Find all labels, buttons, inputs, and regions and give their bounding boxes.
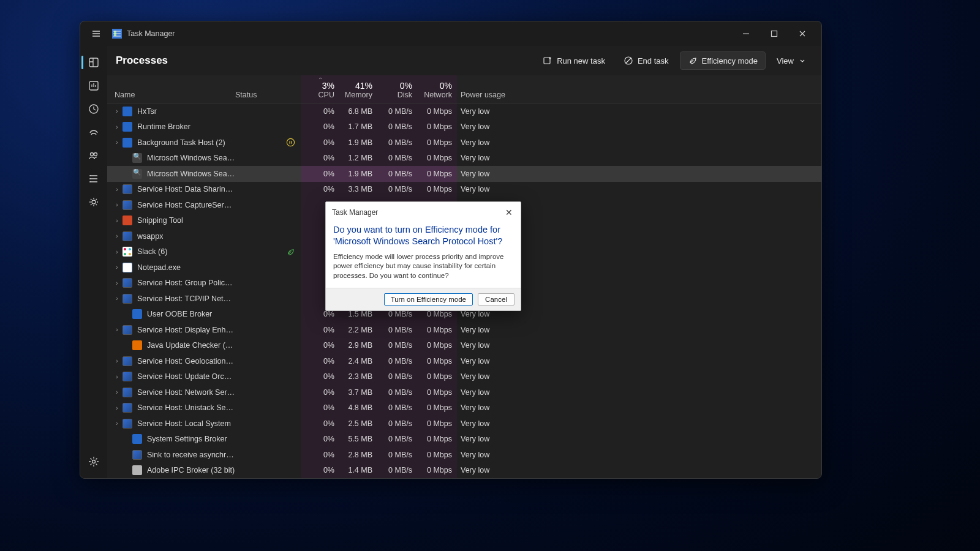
expand-icon[interactable]: › <box>113 233 121 239</box>
process-row[interactable]: ›Service Host: Update Orchestr...0%2.3 M… <box>107 369 821 385</box>
process-row[interactable]: System Settings Broker0%5.5 MB0 MB/s0 Mb… <box>107 432 821 448</box>
power-value: Very low <box>457 388 510 397</box>
network-value: 0 Mbps <box>417 151 457 167</box>
process-icon <box>123 122 132 132</box>
expand-icon[interactable]: › <box>113 201 121 208</box>
header-disk[interactable]: 0% Disk <box>377 75 417 103</box>
efficiency-mode-button[interactable]: Efficiency mode <box>680 51 766 70</box>
cpu-value: 0% <box>301 182 339 198</box>
dialog-confirm-button[interactable]: Turn on Efficiency mode <box>384 293 473 305</box>
process-row[interactable]: ›Service Host: Data Sharing Ser...0%3.3 … <box>107 182 821 198</box>
process-row[interactable]: ›Service Host: Display Enhance...0%2.2 M… <box>107 322 821 338</box>
process-row[interactable]: ›HxTsr0%6.8 MB0 MB/s0 MbpsVery low <box>107 103 821 119</box>
expand-icon[interactable]: › <box>113 358 121 364</box>
disk-value: 0 MB/s <box>377 166 417 182</box>
memory-value: 2.8 MB <box>339 447 377 463</box>
process-icon <box>123 231 132 241</box>
process-row[interactable]: ›Service Host: Unistack Service ...0%4.8… <box>107 400 821 416</box>
header-name[interactable]: Name <box>107 75 235 103</box>
expand-icon[interactable]: › <box>113 124 121 130</box>
cpu-value: 0% <box>301 151 339 167</box>
expand-icon[interactable]: › <box>113 326 121 333</box>
leaf-icon <box>688 56 698 66</box>
expand-icon[interactable]: › <box>113 373 121 380</box>
nav-users[interactable] <box>81 144 106 167</box>
hamburger-menu-button[interactable] <box>88 25 105 42</box>
dialog-close-button[interactable]: ✕ <box>502 206 516 219</box>
process-row[interactable]: Microsoft Windows Search Pr...0%1.9 MB0 … <box>107 166 821 182</box>
expand-icon[interactable]: › <box>113 139 121 146</box>
expand-icon[interactable]: › <box>113 405 121 411</box>
disk-value: 0 MB/s <box>377 400 417 416</box>
dialog-title: Task Manager <box>332 208 378 217</box>
process-row[interactable]: Java Update Checker (32 bit)0%2.9 MB0 MB… <box>107 338 821 354</box>
disk-value: 0 MB/s <box>377 369 417 385</box>
dialog-body: Efficiency mode will lower process prior… <box>326 252 521 288</box>
minimize-button[interactable] <box>732 24 760 43</box>
nav-details[interactable] <box>81 167 106 190</box>
cpu-value: 0% <box>301 119 339 135</box>
expand-icon[interactable]: › <box>113 108 121 114</box>
process-name: Service Host: Update Orchestr... <box>137 372 235 381</box>
expand-icon[interactable]: › <box>113 264 121 271</box>
process-name: Microsoft Windows Search Filt... <box>147 154 235 162</box>
process-row[interactable]: ›Service Host: Network Service0%3.7 MB0 … <box>107 384 821 400</box>
svg-point-6 <box>90 176 91 176</box>
process-row[interactable]: ›Runtime Broker0%1.7 MB0 MB/s0 MbpsVery … <box>107 119 821 135</box>
process-row[interactable]: Adobe IPC Broker (32 bit)0%1.4 MB0 MB/s0… <box>107 463 821 479</box>
process-icon <box>132 169 142 179</box>
process-name: Service Host: Data Sharing Ser... <box>137 185 235 193</box>
process-row[interactable]: Microsoft Windows Search Filt...0%1.2 MB… <box>107 151 821 167</box>
process-row[interactable]: ›Service Host: Geolocation Serv...0%2.4 … <box>107 353 821 369</box>
process-name: Service Host: CaptureService_... <box>137 201 235 209</box>
expand-icon[interactable]: › <box>113 186 121 193</box>
power-value: Very low <box>457 154 510 162</box>
expand-icon[interactable]: › <box>113 249 121 255</box>
memory-value: 1.7 MB <box>339 119 377 135</box>
expand-icon[interactable]: › <box>113 280 121 287</box>
view-menu-button[interactable]: View <box>769 53 813 69</box>
titlebar: Task Manager <box>80 21 821 46</box>
header-network[interactable]: 0% Network <box>417 75 457 103</box>
network-value: 0 Mbps <box>417 416 457 432</box>
disk-value: 0 MB/s <box>377 151 417 167</box>
nav-app-history[interactable] <box>81 97 106 121</box>
header-memory[interactable]: 41% Memory <box>339 75 377 103</box>
expand-icon[interactable]: › <box>113 217 121 224</box>
process-icon <box>123 325 132 335</box>
cpu-value: 0% <box>301 400 339 416</box>
network-value: 0 Mbps <box>417 103 457 119</box>
run-new-task-button[interactable]: Run new task <box>535 52 612 69</box>
process-row[interactable]: Sink to receive asynchronous ...0%2.8 MB… <box>107 447 821 463</box>
memory-value: 3.3 MB <box>339 182 377 198</box>
close-button[interactable] <box>788 24 816 43</box>
expand-icon[interactable]: › <box>113 420 121 427</box>
header-power[interactable]: Power usage <box>457 75 510 103</box>
cpu-value: 0% <box>301 369 339 385</box>
maximize-button[interactable] <box>760 24 788 43</box>
disk-value: 0 MB/s <box>377 353 417 369</box>
process-name: Java Update Checker (32 bit) <box>147 341 235 350</box>
cpu-value: 0% <box>301 103 339 119</box>
process-icon <box>123 107 132 116</box>
disk-value: 0 MB/s <box>377 322 417 338</box>
nav-performance[interactable] <box>81 74 106 97</box>
expand-icon[interactable]: › <box>113 389 121 395</box>
nav-startup[interactable] <box>81 121 106 144</box>
power-value: Very low <box>457 107 510 116</box>
process-row[interactable]: ›Service Host: Local System0%2.5 MB0 MB/… <box>107 416 821 432</box>
disk-value: 0 MB/s <box>377 182 417 198</box>
cpu-value: 0% <box>301 338 339 354</box>
end-task-button[interactable]: End task <box>616 52 676 69</box>
nav-processes[interactable] <box>81 51 106 74</box>
nav-settings[interactable] <box>81 450 106 473</box>
process-icon <box>123 356 132 366</box>
process-row[interactable]: ›Background Task Host (2)0%1.9 MB0 MB/s0… <box>107 135 821 151</box>
page-title: Processes <box>116 54 168 67</box>
expand-icon[interactable]: › <box>113 295 121 302</box>
dialog-cancel-button[interactable]: Cancel <box>478 293 514 305</box>
nav-services[interactable] <box>81 190 106 214</box>
header-cpu[interactable]: ⌃ 3% CPU <box>301 75 339 103</box>
process-icon <box>123 263 132 272</box>
header-status[interactable]: Status <box>235 75 301 103</box>
